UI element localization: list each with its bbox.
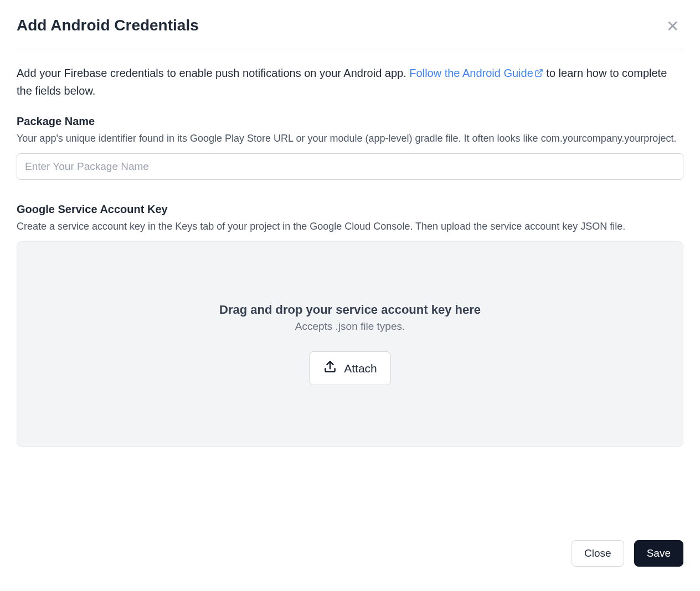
package-name-desc: Your app's unique identifier found in it… (17, 131, 683, 146)
dialog-footer: Close Save (572, 540, 683, 567)
external-link-icon (534, 65, 543, 82)
intro-before: Add your Firebase credentials to enable … (17, 67, 409, 79)
android-guide-link[interactable]: Follow the Android Guide (409, 67, 543, 79)
service-account-key-field: Google Service Account Key Create a serv… (17, 203, 683, 447)
svg-line-0 (538, 70, 542, 74)
package-name-field: Package Name Your app's unique identifie… (17, 115, 683, 180)
close-icon[interactable]: ✕ (662, 17, 683, 37)
intro-text: Add your Firebase credentials to enable … (17, 65, 683, 100)
service-account-key-desc: Create a service account key in the Keys… (17, 219, 683, 234)
package-name-input[interactable] (17, 153, 683, 180)
dropzone-title: Drag and drop your service account key h… (219, 303, 481, 317)
divider (17, 49, 683, 49)
close-button[interactable]: Close (572, 540, 624, 567)
file-dropzone[interactable]: Drag and drop your service account key h… (17, 241, 683, 447)
android-guide-link-text: Follow the Android Guide (409, 67, 533, 79)
package-name-label: Package Name (17, 115, 683, 128)
dialog-title: Add Android Credentials (17, 17, 199, 34)
save-button[interactable]: Save (634, 540, 683, 567)
service-account-key-label: Google Service Account Key (17, 203, 683, 216)
attach-button[interactable]: Attach (309, 351, 391, 385)
upload-icon (323, 360, 337, 377)
attach-button-label: Attach (344, 362, 377, 375)
dropzone-subtitle: Accepts .json file types. (295, 320, 405, 333)
